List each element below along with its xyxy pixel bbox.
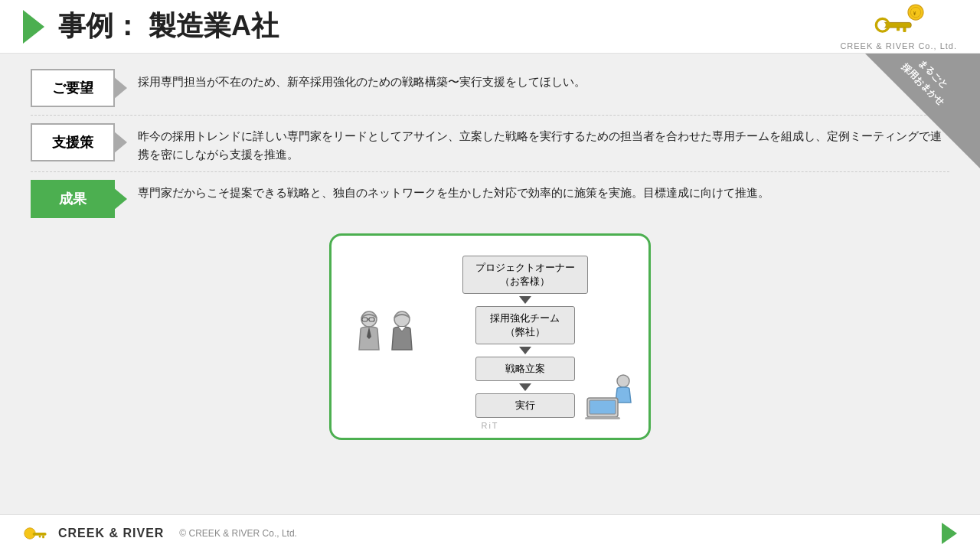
- svg-rect-20: [39, 535, 41, 537]
- footer-arrow: [942, 523, 957, 544]
- content-request: 採用専門担当が不在のため、新卒採用強化のための戦略構築〜実行支援をしてほしい。: [130, 69, 949, 91]
- diagram-wrapper: プロジェクトオーナー （お客様） 採用強化チーム （弊社） 戦略立案 実行: [31, 233, 949, 440]
- rit-label: RiT: [481, 421, 498, 430]
- computer-figure: [583, 373, 637, 422]
- footer-copyright: © CREEK & RIVER Co., Ltd.: [179, 528, 297, 539]
- main-content: まるごと 採用おまかせ ご要望 採用専門担当が不在のため、新卒採用強化のための戦…: [0, 54, 980, 514]
- corner-ribbon: まるごと 採用おまかせ: [858, 54, 980, 176]
- footer-brand-name: CREEK & RIVER: [58, 527, 164, 540]
- svg-rect-3: [903, 28, 906, 32]
- arrow-1: [519, 296, 531, 304]
- node-strategy: 戦略立案: [475, 357, 575, 381]
- svg-point-6: [880, 21, 886, 28]
- person-figures: [354, 310, 416, 364]
- content-support: 昨今の採用トレンドに詳しい専門家をリードとしてアサイン、立案した戦略を実行するた…: [130, 123, 949, 164]
- node-owner: プロジェクトオーナー （お客様）: [462, 256, 588, 294]
- person-1: [354, 310, 384, 356]
- footer-logo: CREEK & RIVER: [23, 523, 164, 544]
- svg-rect-4: [897, 28, 900, 31]
- row-request: ご要望 採用専門担当が不在のため、新卒採用強化のための戦略構築〜実行支援をしてほ…: [31, 69, 949, 116]
- svg-rect-2: [883, 22, 912, 28]
- person-1-icon: [354, 310, 384, 356]
- arrow-2: [519, 347, 531, 354]
- svg-text:¥: ¥: [913, 11, 916, 16]
- label-result: 成果: [31, 180, 115, 218]
- row-result: 成果 専門家だからこそ提案できる戦略と、独自のネットワークを生かした対応で効率的…: [31, 180, 949, 226]
- logo-text: CREEK & RIVER Co., Ltd.: [840, 41, 957, 51]
- header-logo: ¥ CREEK & RIVER Co., Ltd.: [840, 3, 957, 51]
- header: 事例： 製造業A社 ¥ CREEK & RIVER Co., Ltd.: [0, 0, 980, 54]
- node-execute: 実行: [475, 393, 575, 418]
- person-2-icon: [387, 310, 416, 356]
- label-support: 支援策: [31, 123, 115, 161]
- node-team: 採用強化チーム （弊社）: [475, 306, 575, 344]
- computer-icon: [583, 373, 637, 419]
- svg-point-13: [617, 375, 629, 387]
- svg-rect-19: [42, 535, 44, 538]
- people-group: [354, 310, 416, 356]
- person-2: [387, 310, 416, 356]
- content-result: 専門家だからこそ提案できる戦略と、独自のネットワークを生かした対応で効率的に施策…: [130, 180, 949, 202]
- arrow-3: [519, 383, 531, 391]
- label-request: ご要望: [31, 69, 115, 107]
- svg-rect-18: [33, 533, 47, 536]
- footer-logo-icon: [23, 523, 51, 544]
- footer: CREEK & RIVER © CREEK & RIVER Co., Ltd.: [0, 514, 980, 551]
- svg-rect-16: [585, 417, 620, 419]
- page-title: 事例： 製造業A社: [58, 8, 279, 45]
- diagram-box: プロジェクトオーナー （お客様） 採用強化チーム （弊社） 戦略立案 実行: [329, 233, 651, 440]
- header-triangle: [23, 10, 44, 44]
- row-support: 支援策 昨今の採用トレンドに詳しい専門家をリードとしてアサイン、立案した戦略を実…: [31, 123, 949, 172]
- svg-rect-15: [590, 400, 616, 414]
- logo-icon: ¥: [870, 3, 927, 41]
